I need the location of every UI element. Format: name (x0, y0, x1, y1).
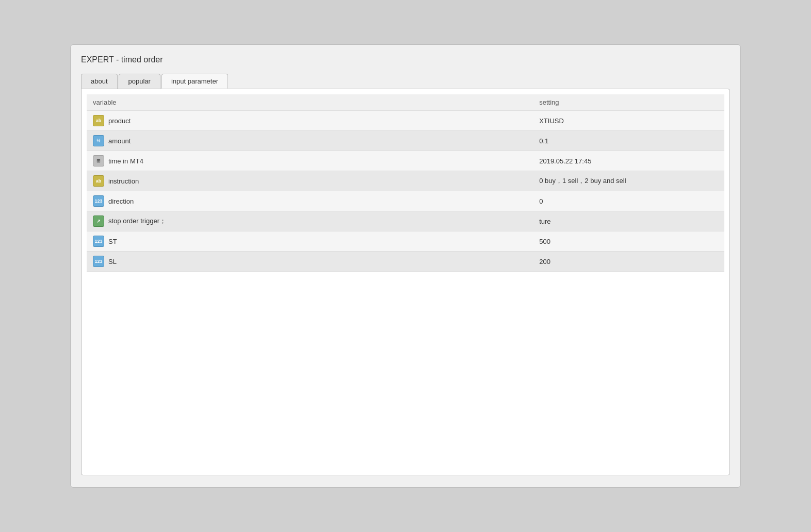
row-icon-3: ab (93, 175, 104, 187)
table-row: 123ST500 (87, 231, 724, 252)
variable-name: direction (108, 197, 134, 205)
setting-value: 0 (533, 191, 724, 211)
tab-popular[interactable]: popular (119, 74, 160, 89)
tab-content: variable setting abproductXTIUSD½amount0… (81, 89, 730, 475)
setting-value: 0.1 (533, 131, 724, 151)
main-window: EXPERT - timed order about popular input… (70, 44, 741, 488)
variable-cell: ↗stop order trigger； (87, 211, 533, 231)
setting-value: XTIUSD (533, 111, 724, 131)
variable-name: instruction (108, 177, 139, 185)
row-icon-2: ⊞ (93, 155, 104, 167)
window-title: EXPERT - timed order (81, 55, 730, 64)
setting-value: 0 buy，1 sell，2 buy and sell (533, 171, 724, 191)
tab-about[interactable]: about (81, 74, 118, 89)
header-setting: setting (533, 94, 724, 111)
table-row: ½amount0.1 (87, 131, 724, 151)
row-icon-1: ½ (93, 135, 104, 146)
setting-value: 200 (533, 252, 724, 272)
table-row: abproductXTIUSD (87, 111, 724, 131)
variable-cell: ⊞time in MT4 (87, 151, 533, 171)
variable-cell: 123ST (87, 231, 533, 252)
row-icon-4: 123 (93, 195, 104, 207)
tab-bar: about popular input parameter (81, 74, 730, 89)
variable-cell: 123direction (87, 191, 533, 211)
row-icon-7: 123 (93, 256, 104, 267)
variable-cell: abproduct (87, 111, 533, 131)
tab-input-parameter[interactable]: input parameter (161, 74, 228, 89)
parameters-table: variable setting abproductXTIUSD½amount0… (87, 94, 724, 272)
variable-name: SL (108, 258, 117, 265)
variable-name: stop order trigger； (108, 217, 166, 226)
variable-name: amount (108, 137, 131, 145)
variable-name: product (108, 117, 131, 125)
variable-name: ST (108, 238, 117, 245)
row-icon-5: ↗ (93, 215, 104, 227)
table-row: ↗stop order trigger；ture (87, 211, 724, 231)
setting-value: 500 (533, 231, 724, 252)
variable-cell: 123SL (87, 252, 533, 272)
table-row: abinstruction0 buy，1 sell，2 buy and sell (87, 171, 724, 191)
table-row: 123SL200 (87, 252, 724, 272)
setting-value: ture (533, 211, 724, 231)
setting-value: 2019.05.22 17:45 (533, 151, 724, 171)
row-icon-0: ab (93, 115, 104, 126)
row-icon-6: 123 (93, 236, 104, 247)
variable-cell: ½amount (87, 131, 533, 151)
table-row: ⊞time in MT42019.05.22 17:45 (87, 151, 724, 171)
header-variable: variable (87, 94, 533, 111)
table-row: 123direction0 (87, 191, 724, 211)
variable-cell: abinstruction (87, 171, 533, 191)
variable-name: time in MT4 (108, 157, 143, 165)
